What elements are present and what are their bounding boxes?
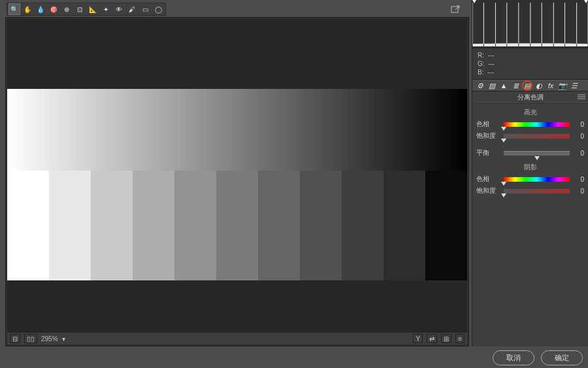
hl-hue-track[interactable] [504, 122, 570, 127]
swatch [133, 171, 174, 280]
swatch [300, 171, 342, 280]
document-viewport: ⊟ ▯▯ 295% ▾ Y ⇄ ⊞ ≡ [5, 17, 469, 346]
panel-tabstrip: ⚙▨▲≣▤◐fx📷☰ [472, 80, 588, 92]
graduated-filter[interactable]: ▭ [139, 3, 151, 15]
hsl-tab[interactable]: ≣ [510, 81, 521, 90]
fit-icon[interactable]: ⊟ [10, 334, 20, 343]
tone-curve-tab[interactable]: ▨ [487, 81, 497, 90]
shadow-clip-handle[interactable] [471, 0, 478, 3]
swatch [174, 171, 216, 280]
status-bar: ⊟ ▯▯ 295% ▾ Y ⇄ ⊞ ≡ [7, 333, 467, 344]
swatch [7, 171, 49, 280]
sh-sat-value[interactable]: 0 [572, 188, 584, 195]
radial-filter[interactable]: ◯ [152, 3, 164, 15]
before-after-button[interactable]: Y [413, 334, 423, 343]
sh-hue-slider[interactable]: 色相 0 [472, 173, 588, 185]
white-balance-tool[interactable]: 💧 [35, 3, 46, 15]
readout-g-value: --- [488, 60, 495, 67]
spot-removal-tool[interactable]: ✦ [100, 3, 112, 15]
zoom-tool[interactable]: 🔍 [8, 3, 20, 15]
camera-tab[interactable]: 📷 [557, 81, 568, 90]
panel-menu-icon[interactable]: ≡ [455, 334, 465, 343]
balance-track[interactable] [504, 151, 570, 156]
swatch [216, 171, 258, 280]
active-tab-ring-icon [522, 80, 532, 91]
crop-tool[interactable]: ⊡ [74, 3, 86, 15]
targeted-adjust-tool[interactable]: ⊕ [61, 3, 73, 15]
hl-hue-value[interactable]: 0 [572, 121, 584, 128]
adjustment-brush[interactable]: 🖌 [126, 3, 138, 15]
canvas[interactable] [7, 19, 467, 333]
right-panel: R: --- G: --- B: --- ⚙▨▲≣▤◐fx📷☰ 分离色调 高光 … [472, 0, 588, 346]
swatch [425, 171, 467, 280]
readout-b-label: B: [478, 69, 483, 76]
swatch [384, 171, 425, 280]
readout-b-value: --- [487, 69, 494, 76]
compare-icon[interactable]: ▯▯ [24, 334, 37, 343]
cancel-button[interactable]: 取消 [493, 350, 534, 365]
hl-sat-label: 饱和度 [476, 131, 501, 141]
highlight-clip-handle[interactable] [583, 0, 588, 3]
tool-options-bar: 🔍✋💧🎯⊕⊡📐✦👁🖌▭◯ [7, 3, 166, 16]
zoom-level[interactable]: 295% [41, 335, 58, 343]
sh-hue-track[interactable] [504, 177, 570, 182]
readout-r-label: R: [478, 52, 484, 59]
sh-sat-label: 饱和度 [476, 186, 501, 195]
panel-title: 分离色调 [472, 92, 588, 104]
shadows-section-label: 阴影 [472, 163, 588, 172]
hl-hue-label: 色相 [476, 120, 501, 129]
dialog-footer: 取消 确定 [493, 350, 583, 365]
ok-button[interactable]: 确定 [541, 350, 583, 365]
swatch [49, 171, 91, 280]
straighten-tool[interactable]: 📐 [87, 3, 99, 15]
slider-thumb-icon[interactable] [501, 193, 506, 197]
slider-thumb-icon[interactable] [501, 127, 506, 131]
lens-tab[interactable]: ◐ [534, 81, 544, 90]
redeye-tool[interactable]: 👁 [113, 3, 125, 15]
fx-tab[interactable]: fx [546, 81, 556, 90]
slider-thumb-icon[interactable] [501, 182, 506, 186]
hand-tool[interactable]: ✋ [22, 3, 33, 15]
detail-tab[interactable]: ▲ [498, 81, 509, 90]
hl-sat-value[interactable]: 0 [572, 133, 584, 140]
svg-rect-0 [451, 7, 458, 12]
grid-button[interactable]: ⊞ [441, 334, 451, 343]
panel-title-text: 分离色调 [517, 93, 544, 101]
color-sampler-tool[interactable]: 🎯 [48, 3, 59, 15]
slider-thumb-icon[interactable] [534, 156, 540, 160]
color-readout: R: --- G: --- B: --- [472, 48, 588, 80]
gradient-sample [7, 89, 467, 171]
readout-r-value: --- [488, 52, 495, 59]
sh-hue-label: 色相 [476, 175, 501, 184]
swap-button[interactable]: ⇄ [427, 334, 437, 343]
readout-g-label: G: [478, 60, 485, 67]
balance-label: 平衡 [476, 148, 501, 158]
zoom-dropdown-icon[interactable]: ▾ [62, 335, 65, 343]
swatch [258, 171, 300, 280]
swatch [91, 171, 133, 280]
hl-sat-slider[interactable]: 饱和度 0 [472, 130, 588, 142]
histogram[interactable] [472, 0, 588, 48]
hl-sat-track[interactable] [504, 134, 570, 139]
sh-hue-value[interactable]: 0 [572, 176, 584, 183]
highlights-section-label: 高光 [472, 108, 588, 117]
basic-tab[interactable]: ⚙ [475, 81, 485, 90]
panel-menu-icon[interactable] [578, 93, 585, 100]
share-icon[interactable] [450, 4, 461, 14]
balance-value[interactable]: 0 [572, 150, 584, 157]
swatch-row [7, 171, 467, 280]
presets-tab[interactable]: ☰ [569, 81, 580, 90]
balance-slider[interactable]: 平衡 0 [472, 147, 588, 159]
hl-hue-slider[interactable]: 色相 0 [472, 118, 588, 130]
slider-thumb-icon[interactable] [501, 139, 506, 142]
swatch [342, 171, 384, 280]
sh-sat-track[interactable] [504, 189, 570, 193]
sh-sat-slider[interactable]: 饱和度 0 [472, 185, 588, 197]
